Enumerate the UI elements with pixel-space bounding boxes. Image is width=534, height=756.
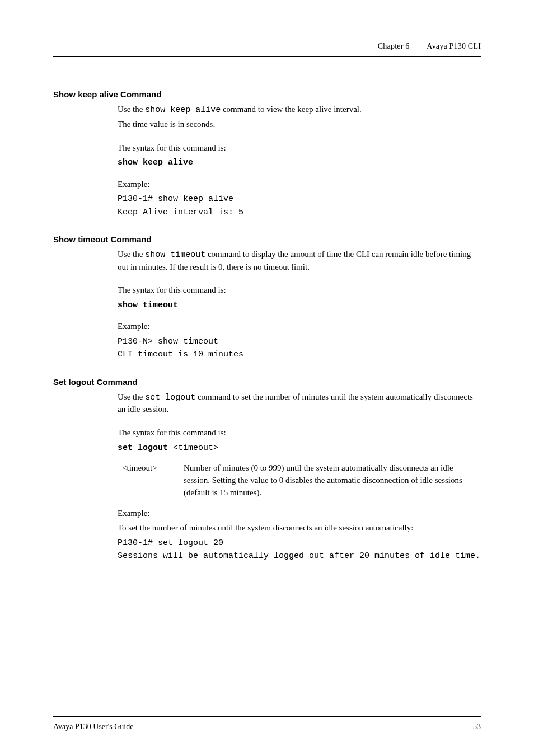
keepalive-syntax-label: The syntax for this command is: bbox=[118, 142, 481, 154]
section-title-setlogout: Set logout Command bbox=[53, 377, 481, 387]
keepalive-example-line2: Keep Alive interval is: 5 bbox=[118, 206, 481, 219]
footer-divider bbox=[53, 716, 481, 717]
setlogout-syntax-label: The syntax for this command is: bbox=[118, 427, 481, 439]
keepalive-example-line1: P130-1# show keep alive bbox=[118, 192, 481, 205]
setlogout-example-line1: P130-1# set logout 20 bbox=[118, 537, 481, 550]
footer-page-number: 53 bbox=[473, 722, 481, 731]
setlogout-example-label: Example: bbox=[118, 508, 481, 520]
keepalive-intro-1: Use the show keep alive command to view … bbox=[118, 104, 481, 116]
timeout-syntax-label: The syntax for this command is: bbox=[118, 284, 481, 297]
section-body-timeout: Use the show timeout command to display … bbox=[118, 248, 481, 361]
section-body-keepalive: Use the show keep alive command to view … bbox=[118, 104, 481, 219]
timeout-intro: Use the show timeout command to display … bbox=[118, 248, 481, 274]
chapter-title: Avaya P130 CLI bbox=[427, 42, 481, 50]
setlogout-param-term: <timeout> bbox=[122, 462, 184, 499]
keepalive-syntax-code: show keep alive bbox=[118, 156, 481, 169]
keepalive-example-label: Example: bbox=[118, 179, 481, 191]
timeout-example-label: Example: bbox=[118, 321, 481, 333]
running-header: Chapter 6 Avaya P130 CLI bbox=[378, 42, 481, 51]
syntax-bold: set logout bbox=[118, 443, 168, 453]
setlogout-example-intro: To set the number of minutes until the s… bbox=[118, 522, 481, 534]
section-title-timeout: Show timeout Command bbox=[53, 234, 481, 244]
section-body-setlogout: Use the set logout command to set the nu… bbox=[118, 391, 481, 563]
inline-code: set logout bbox=[145, 393, 195, 402]
header-divider bbox=[53, 56, 481, 57]
inline-code: show keep alive bbox=[145, 105, 221, 115]
setlogout-param-desc: Number of minutes (0 to 999) until the s… bbox=[184, 462, 481, 499]
inline-code: show timeout bbox=[145, 250, 205, 260]
text: Use the bbox=[118, 250, 145, 259]
setlogout-syntax-code: set logout <timeout> bbox=[118, 442, 481, 454]
footer-guide: Avaya P130 User's Guide bbox=[53, 722, 133, 731]
timeout-syntax-code: show timeout bbox=[118, 299, 481, 312]
keepalive-intro-2: The time value is in seconds. bbox=[118, 119, 481, 131]
timeout-example-line2: CLI timeout is 10 minutes bbox=[118, 348, 481, 361]
page-content: Show keep alive Command Use the show kee… bbox=[53, 90, 481, 562]
setlogout-example-line2: Sessions will be automatically logged ou… bbox=[118, 550, 481, 562]
text: Use the bbox=[118, 105, 145, 114]
text: command to view the keep alive interval. bbox=[221, 105, 362, 114]
setlogout-intro: Use the set logout command to set the nu… bbox=[118, 391, 481, 416]
chapter-label: Chapter 6 bbox=[378, 42, 410, 50]
syntax-arg: <timeout> bbox=[168, 443, 218, 453]
setlogout-param-row: <timeout> Number of minutes (0 to 999) u… bbox=[118, 462, 481, 499]
timeout-example-line1: P130-N> show timeout bbox=[118, 335, 481, 348]
text: Use the bbox=[118, 392, 145, 401]
section-title-keepalive: Show keep alive Command bbox=[53, 90, 481, 99]
